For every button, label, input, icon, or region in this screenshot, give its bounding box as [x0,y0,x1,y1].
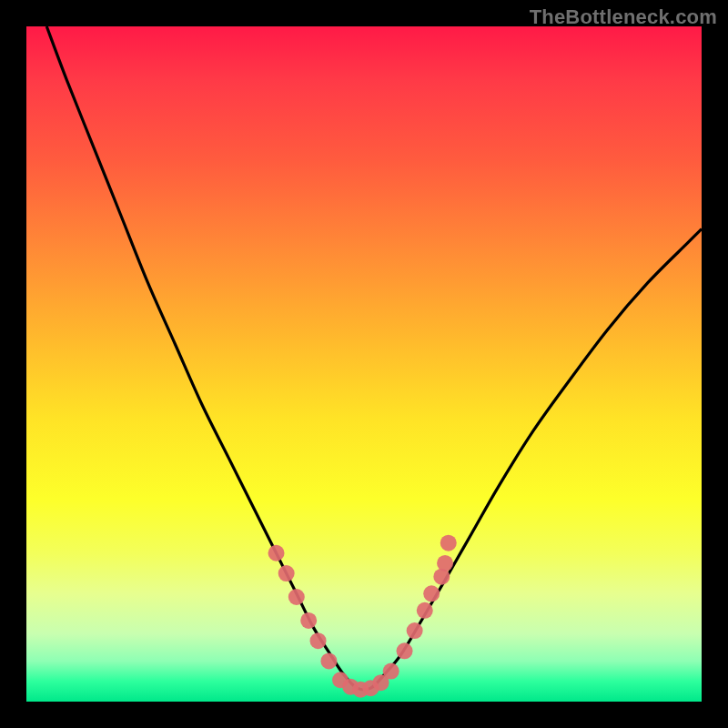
marker-left-cluster-2 [278,565,295,581]
marker-right-cluster-2 [407,622,423,639]
marker-left-cluster-3 [288,589,305,605]
marker-right-cluster-4 [423,585,440,602]
marker-right-cluster-6 [437,555,453,571]
watermark-text: TheBottleneck.com [530,5,717,29]
marker-left-cluster-5 [310,632,327,649]
marker-left-cluster-1 [268,545,285,561]
chart-svg [26,26,702,702]
chart-frame: TheBottleneck.com [0,0,728,728]
marker-layer [268,535,457,698]
marker-right-cluster-3 [417,602,433,619]
plot-area [26,26,702,702]
marker-bottom-6 [383,663,399,680]
marker-right-cluster-1 [397,642,413,659]
marker-right-cluster-7 [440,535,457,551]
marker-left-cluster-4 [300,612,317,629]
bottleneck-curve [46,26,702,690]
marker-left-cluster-6 [320,652,337,669]
